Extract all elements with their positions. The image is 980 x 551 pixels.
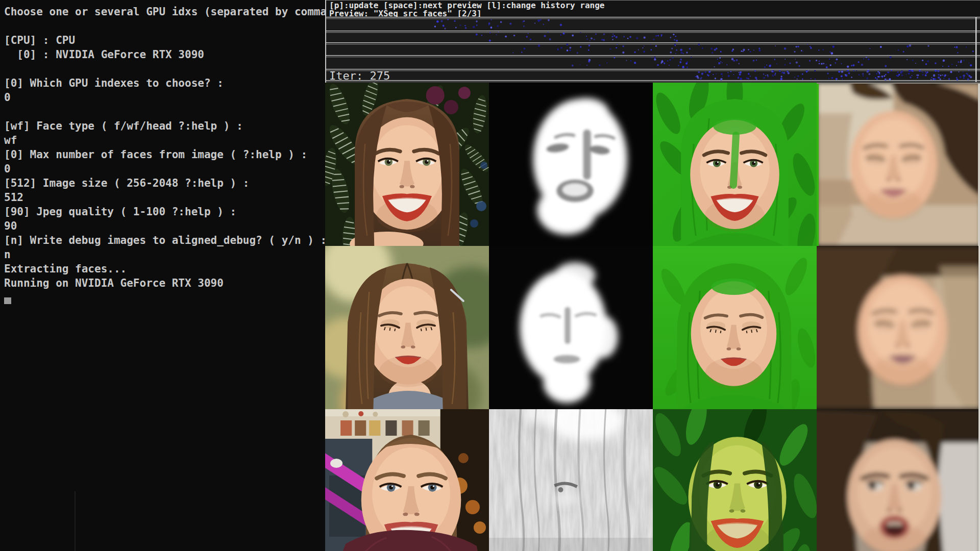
- terminal-line: [0, 62, 325, 76]
- terminal-line: n: [0, 247, 325, 262]
- terminal-line: [0, 19, 325, 33]
- tile-r1-masked-face-green: [653, 83, 817, 246]
- tile-r3-source-face-photo: [325, 409, 489, 551]
- terminal-output: Choose one or several GPU idxs (separate…: [0, 0, 325, 290]
- terminal-cursor[interactable]: [4, 297, 11, 304]
- tile-r3-reconstructed-face: [817, 409, 980, 551]
- terminal-line: Running on NVIDIA GeForce RTX 3090: [0, 276, 325, 290]
- preview-title: Preview: "XSeg src faces" [2/3]: [329, 9, 482, 17]
- terminal-line: [0] Which GPU indexes to choose? :: [0, 76, 325, 90]
- terminal-line: 0: [0, 162, 325, 176]
- tile-r1-source-face-photo: [325, 83, 489, 246]
- loss-history-graph: Iter: 275: [325, 17, 980, 82]
- tile-r1-xseg-mask: [489, 83, 653, 246]
- tile-r3-masked-face-green: [653, 409, 817, 551]
- terminal-line: Choose one or several GPU idxs (separate…: [0, 5, 325, 19]
- tile-r2-masked-face-green: [653, 246, 817, 409]
- terminal-artifact-line: [75, 491, 76, 551]
- loss-history-plot: [325, 17, 980, 82]
- preview-header: [p]:update [space]:next preview [l]:chan…: [325, 0, 980, 17]
- terminal-line: wf: [0, 133, 325, 147]
- terminal-line: [CPU] : CPU: [0, 33, 325, 47]
- screen: Choose one or several GPU idxs (separate…: [0, 0, 980, 551]
- iteration-counter: Iter: 275: [329, 69, 390, 82]
- terminal-line: [n] Write debug images to aligned_debug?…: [0, 233, 325, 247]
- terminal-line: 512: [0, 190, 325, 205]
- terminal-window[interactable]: Choose one or several GPU idxs (separate…: [0, 0, 325, 551]
- preview-window-border: [325, 0, 980, 1]
- terminal-line: [0] : NVIDIA GeForce RTX 3090: [0, 47, 325, 62]
- face-preview-grid: [325, 83, 980, 551]
- tile-r1-reconstructed-face: [817, 83, 980, 246]
- terminal-line: [90] Jpeg quality ( 1-100 ?:help ) :: [0, 205, 325, 219]
- tile-r3-xseg-mask: [489, 409, 653, 551]
- terminal-line: 0: [0, 90, 325, 105]
- terminal-line: Extracting faces...: [0, 262, 325, 276]
- tile-r2-reconstructed-face: [817, 246, 980, 409]
- tile-r2-xseg-mask: [489, 246, 653, 409]
- tile-r2-source-face-photo: [325, 246, 489, 409]
- preview-window[interactable]: [p]:update [space]:next preview [l]:chan…: [325, 0, 980, 551]
- preview-window-border: [325, 0, 326, 83]
- terminal-line: [0, 105, 325, 119]
- terminal-line: 90: [0, 219, 325, 233]
- terminal-line: [wf] Face type ( f/wf/head ?:help ) :: [0, 119, 325, 133]
- terminal-line: [512] Image size ( 256-2048 ?:help ) :: [0, 176, 325, 190]
- terminal-line: [0] Max number of faces from image ( ?:h…: [0, 147, 325, 162]
